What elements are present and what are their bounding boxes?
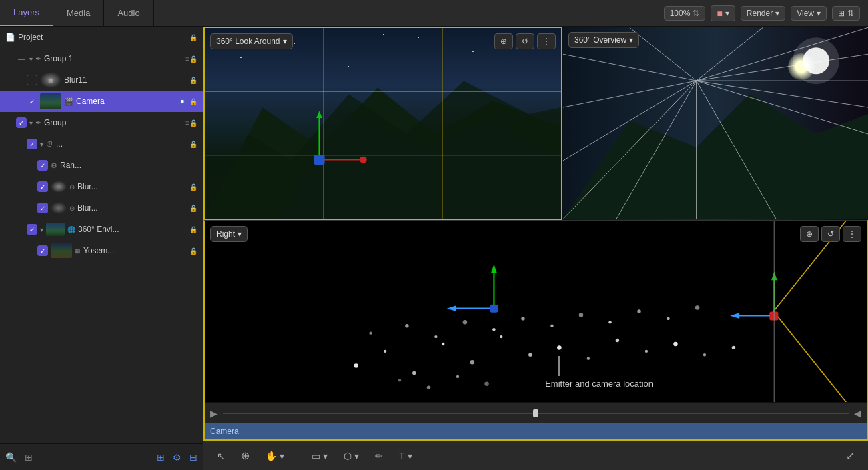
rect-tool-btn[interactable]: ▭ ▾	[306, 448, 333, 464]
tab-group: Layers Media Audio	[0, 0, 154, 26]
group-checkbox[interactable]	[16, 117, 27, 128]
sidebar-item-group[interactable]: ▾ ✒ Group ≡🔒	[0, 112, 203, 133]
svg-point-58	[427, 386, 430, 389]
tooltip-text: Emitter and camera location	[545, 376, 653, 389]
lookaround-label: 360° Look Around	[216, 37, 280, 46]
timeline-bar: ▶ ◀	[205, 402, 867, 423]
ran-label: Ran...	[60, 161, 197, 170]
blur2-label: Blur...	[77, 203, 187, 213]
right-dropdown[interactable]: Right ▾	[210, 226, 248, 242]
svg-point-41	[645, 350, 648, 353]
lookaround-dropdown[interactable]: 360° Look Around ▾	[210, 33, 293, 49]
view-label: View	[797, 9, 814, 18]
group-icon: ✒	[35, 119, 41, 127]
properties-btn[interactable]: ⚙	[173, 452, 181, 463]
svg-point-28	[793, 37, 839, 84]
group1-checkbox[interactable]: —	[16, 53, 27, 64]
blur2-thumb	[51, 202, 67, 214]
view-btn[interactable]: View ▾	[791, 6, 827, 21]
group-icons: ≡🔒	[185, 119, 197, 127]
env360-lock-icon: 🔒	[189, 226, 197, 233]
yosem-checkbox[interactable]	[37, 245, 48, 256]
reset-btn[interactable]: ↺	[516, 33, 534, 49]
camera-label-bar: Camera	[205, 423, 867, 439]
dots-checkbox[interactable]	[27, 139, 37, 149]
objects-btn[interactable]: ⊞	[157, 452, 165, 463]
pen-tool-btn[interactable]: ✏	[370, 448, 388, 464]
sidebar-item-blur2[interactable]: ⊙ Blur... 🔒	[0, 197, 203, 219]
right-reset-btn[interactable]: ↺	[821, 226, 840, 242]
tab-media[interactable]: Media	[53, 0, 104, 26]
right-viewport: Right ▾ ⊕ ↺ ⋮ Emitter and camera locatio…	[205, 221, 867, 402]
blur2-checkbox[interactable]	[37, 203, 48, 213]
svg-point-56	[695, 305, 700, 310]
tab-media-label: Media	[67, 8, 90, 18]
more-btn[interactable]: ⋮	[537, 33, 556, 49]
blur11-lock-icon: 🔒	[189, 77, 197, 84]
expand-btn[interactable]: ⤢	[841, 447, 860, 465]
timeline-track[interactable]	[223, 413, 849, 414]
yosem-label: Yosem...	[83, 246, 187, 255]
env360-checkbox[interactable]	[27, 224, 37, 235]
blur11-checkbox[interactable]	[27, 75, 37, 85]
sidebar-item-project[interactable]: 📄 Project 🔒	[0, 27, 203, 48]
overview-chevron-icon: ▾	[629, 35, 633, 45]
pan-icon: ✋	[266, 451, 277, 461]
right-view-mode-btn[interactable]: ⊕	[800, 226, 819, 242]
svg-rect-7	[314, 155, 324, 165]
overview-dropdown[interactable]: 360° Overview ▾	[568, 32, 639, 48]
sidebar-item-yosem[interactable]: ▦ Yosem... 🔒	[0, 240, 203, 261]
zoom-control[interactable]: 100% ⇅	[664, 6, 706, 21]
svg-point-31	[354, 363, 358, 368]
pan-tool-btn[interactable]: ✋ ▾	[260, 448, 290, 464]
sidebar: 📄 Project 🔒 — ▾ ✒ Group 1 ≡🔒 ▦ Blur11 🔒	[0, 27, 203, 470]
panel-btn[interactable]: ⊞	[25, 452, 33, 463]
svg-point-42	[673, 342, 678, 347]
tab-layers[interactable]: Layers	[0, 0, 53, 26]
text-chevron-icon: ▾	[408, 451, 412, 461]
color-icon: ■	[717, 8, 722, 19]
search-btn[interactable]: 🔍	[5, 452, 17, 463]
preview-main: 360° Look Around ▾ ⊕ ↺ ⋮	[203, 27, 562, 220]
svg-point-51	[550, 325, 553, 327]
sidebar-item-blur11[interactable]: ▦ Blur11 🔒	[0, 69, 203, 91]
view-mode-btn[interactable]: ⊕	[494, 33, 513, 49]
main-content: 📄 Project 🔒 — ▾ ✒ Group 1 ≡🔒 ▦ Blur11 🔒	[0, 27, 868, 470]
layout-chevron-icon: ⇅	[847, 9, 854, 18]
svg-point-53	[608, 321, 611, 323]
layout-btn[interactable]: ⊞ ⇅	[832, 6, 860, 21]
sidebar-item-ran[interactable]: ⚙ Ran...	[0, 155, 203, 176]
sidebar-item-360env[interactable]: ▾ 🌐 360° Envi... 🔒	[0, 219, 203, 240]
mask-icon: ⬡	[344, 451, 352, 461]
env360-thumb	[46, 223, 65, 236]
env360-chevron-icon: ▾	[40, 226, 43, 233]
sidebar-item-camera[interactable]: 🎬 Camera ■ 🔒	[0, 91, 203, 112]
group1-label: Group 1	[44, 54, 183, 63]
arrow-tool-btn[interactable]: ↖	[211, 448, 230, 464]
right-more-btn[interactable]: ⋮	[843, 226, 861, 242]
camera-track-label: Camera	[210, 427, 239, 436]
tab-audio[interactable]: Audio	[104, 0, 153, 26]
ran-checkbox[interactable]	[37, 160, 48, 171]
keyframes-btn[interactable]: ⊟	[189, 452, 197, 463]
svg-point-48	[463, 320, 468, 325]
text-icon: T	[399, 451, 405, 461]
sidebar-item-dots[interactable]: ▾ ⏱ ... 🔒	[0, 133, 203, 155]
view-chevron-icon: ▾	[817, 9, 821, 18]
mask-tool-btn[interactable]: ⬡ ▾	[338, 448, 364, 464]
sidebar-item-blur1[interactable]: ⊙ Blur... 🔒	[0, 176, 203, 197]
camera-checkbox[interactable]	[27, 96, 37, 107]
blur1-checkbox[interactable]	[37, 181, 48, 192]
bottom-toolbar: ↖ ⊕ ✋ ▾ ▭ ▾ ⬡ ▾ ✏ T ▾	[203, 441, 868, 470]
sidebar-item-group1[interactable]: — ▾ ✒ Group 1 ≡🔒	[0, 48, 203, 69]
svg-point-43	[703, 353, 706, 356]
pen-icon: ✏	[375, 451, 383, 461]
blur2-icon: ⊙	[69, 205, 75, 212]
360-tool-btn[interactable]: ⊕	[236, 447, 255, 465]
right-preview-controls: ⊕ ↺ ⋮	[800, 226, 861, 242]
svg-point-47	[434, 335, 437, 338]
color-picker-btn[interactable]: ■ ▾	[711, 5, 735, 21]
svg-point-45	[369, 331, 372, 334]
render-btn[interactable]: Render ▾	[741, 6, 785, 21]
text-tool-btn[interactable]: T ▾	[394, 448, 418, 464]
